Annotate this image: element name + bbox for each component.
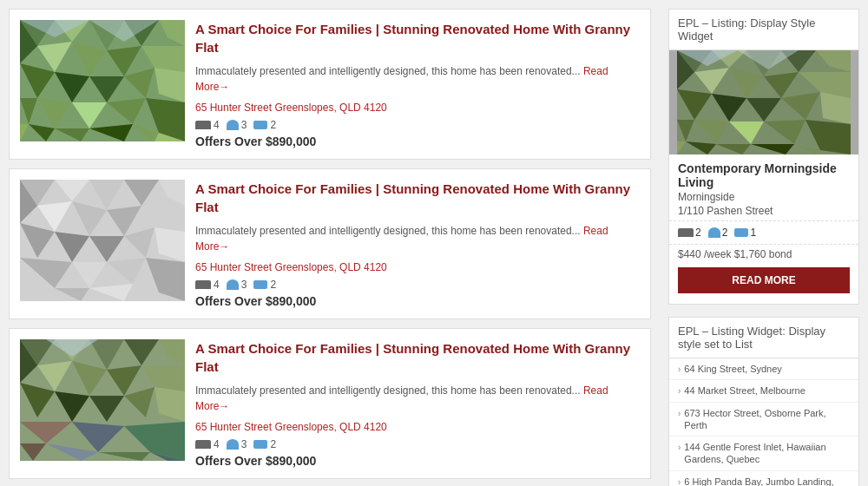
listing-price: Offers Over $890,000 [195, 454, 640, 468]
listing-content: A Smart Choice For Families | Stunning R… [195, 20, 640, 148]
bed-feature: 4 [195, 279, 220, 291]
listing-title-link[interactable]: A Smart Choice For Families | Stunning R… [195, 20, 640, 56]
listing-title-link[interactable]: A Smart Choice For Families | Stunning R… [195, 339, 640, 376]
list-item-link[interactable]: ›673 Hector Street, Osborne Park, Perth [669, 403, 858, 437]
car-feature: 2 [253, 279, 276, 291]
listing-price: Offers Over $890,000 [195, 294, 640, 308]
widget-title: EPL – Listing: Display Style Widget [669, 10, 858, 50]
list-item: ›6 High Panda Bay, Jumbo Landing, Nova S… [669, 471, 858, 486]
car-icon [253, 440, 267, 449]
list-item: ›144 Gentle Forest Inlet, Hawaiian Garde… [669, 437, 858, 471]
widget-property-name: Contemporary Morningside Living [669, 154, 858, 191]
listings-column: A Smart Choice For Families | Stunning R… [9, 9, 651, 486]
widget-bath-feature: 2 [708, 227, 728, 239]
bed-feature: 4 [195, 119, 220, 131]
list-item-link[interactable]: ›64 King Street, Sydney [669, 358, 858, 379]
list-item-link[interactable]: ›44 Market Street, Melbourne [669, 380, 858, 401]
bed-icon [195, 280, 211, 289]
car-icon [253, 121, 267, 129]
read-more-button[interactable]: READ MORE [678, 267, 850, 293]
widget-street: 1/110 Pashen Street [669, 205, 858, 221]
bath-icon [227, 279, 239, 290]
display-style-widget: EPL – Listing: Display Style Widget [668, 9, 859, 305]
list-item-link[interactable]: ›144 Gentle Forest Inlet, Hawaiian Garde… [669, 437, 858, 470]
bath-icon [708, 227, 720, 238]
chevron-right-icon: › [678, 408, 681, 419]
list-item: ›64 King Street, Sydney [669, 358, 858, 380]
chevron-right-icon: › [678, 364, 681, 375]
listing-links-list: ›64 King Street, Sydney›44 Market Street… [669, 358, 858, 486]
listing-content: A Smart Choice For Families | Stunning R… [195, 339, 640, 468]
bath-icon [227, 120, 239, 130]
listing-description: Immaculately presented and intelligently… [195, 383, 640, 414]
car-feature: 2 [253, 119, 276, 131]
bath-icon [227, 439, 239, 450]
widget-bed-feature: 2 [678, 227, 701, 239]
car-icon [734, 228, 748, 237]
listing-address[interactable]: 65 Hunter Street Greenslopes, QLD 4120 [195, 421, 640, 433]
listing-address[interactable]: 65 Hunter Street Greenslopes, QLD 4120 [195, 102, 640, 114]
widget-car-feature: 1 [734, 227, 756, 239]
widget-price: $440 /week $1,760 bond [669, 245, 858, 267]
listing-image [20, 339, 185, 461]
bath-feature: 3 [227, 279, 247, 291]
list-item: ›44 Market Street, Melbourne [669, 380, 858, 402]
sidebar-column: EPL – Listing: Display Style Widget [668, 9, 859, 486]
listing-address[interactable]: 65 Hunter Street Greenslopes, QLD 4120 [195, 261, 640, 273]
bed-icon [678, 228, 694, 237]
bath-feature: 3 [227, 119, 247, 131]
listing-description: Immaculately presented and intelligently… [195, 63, 640, 95]
bed-icon [195, 440, 211, 449]
chevron-right-icon: › [678, 442, 681, 453]
list-item: ›673 Hector Street, Osborne Park, Perth [669, 403, 858, 437]
widget-suburb: Morningside [669, 191, 858, 205]
list-widget-title: EPL – Listing Widget: Display style set … [669, 318, 858, 358]
chevron-right-icon: › [678, 476, 681, 486]
listing-description: Immaculately presented and intelligently… [195, 223, 640, 254]
listing-features: 4 3 2 [195, 279, 640, 291]
listing-features: 4 3 2 [195, 119, 640, 131]
listing-image [20, 20, 185, 141]
list-item-link[interactable]: ›6 High Panda Bay, Jumbo Landing, Nova S… [669, 471, 858, 486]
car-icon [253, 280, 267, 289]
bed-feature: 4 [195, 438, 220, 450]
listing-price: Offers Over $890,000 [195, 135, 640, 148]
listing-card: A Smart Choice For Families | Stunning R… [9, 9, 651, 160]
listing-image [20, 180, 185, 301]
listing-card: A Smart Choice For Families | Stunning R… [9, 328, 651, 479]
listing-content: A Smart Choice For Families | Stunning R… [195, 180, 640, 308]
bath-feature: 3 [227, 438, 247, 450]
chevron-right-icon: › [678, 385, 681, 397]
car-feature: 2 [253, 438, 276, 450]
widget-image [669, 50, 858, 154]
listing-title-link[interactable]: A Smart Choice For Families | Stunning R… [195, 180, 640, 216]
bed-icon [195, 121, 211, 129]
widget-features: 2 2 1 [669, 221, 858, 245]
list-widget: EPL – Listing Widget: Display style set … [668, 317, 859, 486]
listing-card: A Smart Choice For Families | Stunning R… [9, 168, 651, 319]
listing-features: 4 3 2 [195, 438, 640, 450]
